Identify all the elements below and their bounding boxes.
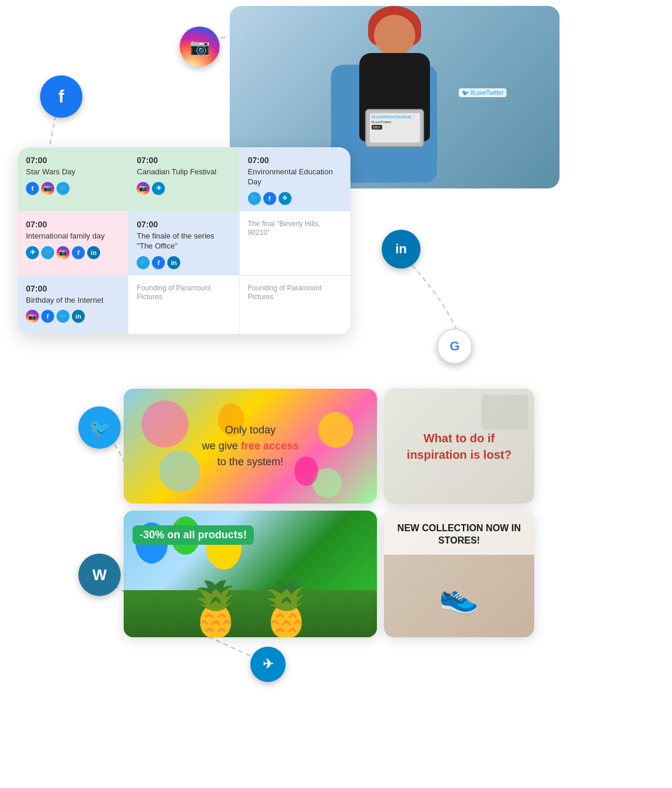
- tw-icon-2: 🐦: [248, 192, 261, 205]
- fb-icon-4: f: [152, 256, 165, 269]
- cal-cell-1: 07:00Canadian Tulip Festival📷✈: [128, 147, 239, 211]
- fb-icon-0: f: [26, 182, 39, 195]
- ig-icon-1: 📷: [137, 182, 150, 195]
- tw-icon-6: 🐦: [57, 310, 69, 323]
- cal-time-3: 07:00: [26, 220, 120, 229]
- tg-icon-1: ✈: [152, 182, 165, 195]
- tw-icon-3: 🐦: [41, 246, 54, 259]
- ig-icon-3: 📷: [57, 246, 69, 259]
- telegram-icon: ✈: [263, 657, 273, 672]
- ig-icon-6: 📷: [26, 310, 39, 323]
- cal-title-6: Birthday of the Internet: [26, 296, 120, 306]
- woman-figure: #LoveWhereYouWork #LoveTwitter DEV: [336, 15, 453, 180]
- cal-cell-5: The final "Beverly Hills, 90210": [240, 211, 350, 276]
- cal-cell-6: 07:00Birthday of the Internet📷f🐦in: [18, 276, 128, 335]
- google-bubble[interactable]: G: [437, 329, 472, 364]
- inspiration-text: What to do if inspiration is lost?: [396, 430, 522, 463]
- bottom-section: Only today we give free access to the sy…: [124, 389, 548, 637]
- facebook-icon: f: [58, 87, 64, 107]
- cal-title-4: The finale of the series "The Office": [137, 231, 230, 251]
- instagram-bubble[interactable]: 📷: [180, 27, 220, 67]
- li-icon-6: in: [72, 310, 85, 323]
- pineapple-promo-card: 🍍 🍍 -30% on all products!: [124, 511, 377, 637]
- cal-icons-1: 📷✈: [137, 182, 230, 195]
- cal-time-0: 07:00: [26, 155, 120, 165]
- collection-label: NEW COLLECTION NOW IN STORES!: [398, 523, 521, 545]
- twitter-icon: 🐦: [89, 418, 111, 438]
- wordpress-icon: W: [92, 566, 107, 584]
- facebook-bubble[interactable]: f: [40, 75, 82, 118]
- cal-icons-3: ✈🐦📷fin: [26, 246, 120, 259]
- cal-cell-8: Founding of Paramount Pictures: [240, 276, 350, 335]
- instagram-icon: 📷: [190, 37, 210, 57]
- cal-title-2: Environmental Education Day: [248, 167, 342, 187]
- cal-title-3: International family day: [26, 231, 120, 241]
- discount-badge: -30% on all products!: [133, 525, 254, 545]
- cal-time-1: 07:00: [137, 155, 230, 165]
- balloon-promo-card: Only today we give free access to the sy…: [124, 389, 377, 504]
- cal-cell-0: 07:00Star Wars Dayf📷🐦: [18, 147, 128, 211]
- cal-cell-3: 07:00International family day✈🐦📷fin: [18, 211, 128, 276]
- fb-icon-6: f: [41, 310, 54, 323]
- cal-icons-0: f📷🐦: [26, 182, 120, 195]
- li-icon-4: in: [167, 256, 180, 269]
- google-icon: G: [449, 339, 459, 354]
- tg-icon-3: ✈: [26, 246, 39, 259]
- free-access-text: free access: [241, 440, 299, 452]
- fb-icon-2: f: [263, 192, 276, 205]
- cal-cell-2: 07:00Environmental Education Day🐦f✈: [240, 147, 350, 211]
- tg-icon-2: ✈: [279, 192, 292, 205]
- fb-icon-3: f: [72, 246, 85, 259]
- inspiration-card: What to do if inspiration is lost?: [384, 389, 534, 504]
- calendar-widget: 07:00Star Wars Dayf📷🐦07:00Canadian Tulip…: [18, 147, 350, 335]
- linkedin-icon: in: [395, 241, 407, 257]
- cal-title-5: The final "Beverly Hills, 90210": [248, 220, 342, 238]
- cal-title-7: Founding of Paramount Pictures: [137, 284, 230, 302]
- linkedin-bubble[interactable]: in: [382, 230, 421, 269]
- cal-time-2: 07:00: [248, 155, 342, 165]
- balloon-line1: Only today: [225, 424, 276, 436]
- wordpress-bubble[interactable]: W: [78, 554, 121, 596]
- cal-icons-6: 📷f🐦in: [26, 310, 120, 323]
- cal-time-6: 07:00: [26, 284, 120, 293]
- telegram-bubble-bottom[interactable]: ✈: [250, 647, 286, 682]
- balloon-line3: to the system!: [217, 456, 283, 468]
- li-icon-3: in: [87, 246, 100, 259]
- balloon-card-text: Only today we give free access to the sy…: [202, 422, 299, 470]
- tw-icon-4: 🐦: [137, 256, 150, 269]
- new-collection-text: NEW COLLECTION NOW IN STORES!: [393, 522, 525, 547]
- tw-icon-0: 🐦: [57, 182, 69, 195]
- discount-text: -30% on all products!: [140, 529, 247, 541]
- cal-time-4: 07:00: [137, 220, 230, 229]
- cal-title-0: Star Wars Day: [26, 167, 120, 177]
- cal-cell-4: 07:00The finale of the series "The Offic…: [128, 211, 239, 276]
- cal-icons-2: 🐦f✈: [248, 192, 342, 205]
- balloon-line2: we give: [202, 440, 241, 452]
- twitter-bubble-bottom[interactable]: 🐦: [78, 406, 121, 449]
- new-collection-card: 👟 NEW COLLECTION NOW IN STORES!: [384, 511, 534, 637]
- ig-icon-0: 📷: [41, 182, 54, 195]
- cal-title-1: Canadian Tulip Festival: [137, 167, 230, 177]
- cal-title-8: Founding of Paramount Pictures: [248, 284, 342, 302]
- cal-cell-7: Founding of Paramount Pictures: [128, 276, 239, 335]
- cal-icons-4: 🐦fin: [137, 256, 230, 269]
